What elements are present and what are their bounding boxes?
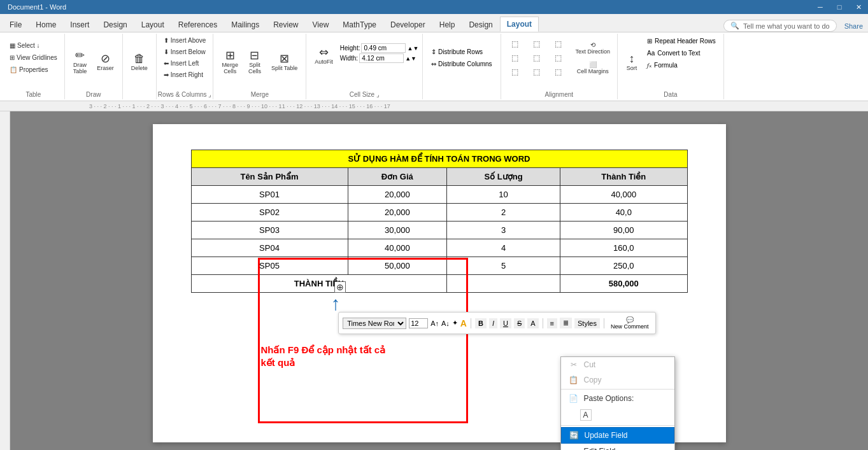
bold-button[interactable]: B [475,318,487,328]
tab-mailings[interactable]: Mailings [224,17,266,32]
rows-cols-group-label: Rows & Columns ⌟ [157,91,213,98]
insert-left-button[interactable]: ⬅ Insert Left [160,58,210,69]
align-top-left-button[interactable]: ⬚ [505,38,525,50]
font-size-down-icon[interactable]: A↓ [441,320,450,327]
document-area[interactable]: SỬ DỤNG HÀM ĐỂ TÍNH TOÁN TRONG WORD Tên … [10,111,868,450]
context-menu-update-field[interactable]: 🔄 Update Field [561,427,674,444]
split-table-button[interactable]: ⊠ Split Table [267,50,302,74]
distribute-cols-button[interactable]: ⇔ Distribute Columns [427,59,496,69]
close-button[interactable]: ✕ [849,0,868,14]
clear-format-icon[interactable]: ✦ [452,319,458,327]
height-input[interactable] [361,43,406,53]
delete-button[interactable]: 🗑 Delete [127,50,152,74]
cell-sp04-name[interactable]: SP04 [191,239,348,257]
align-top-right-button[interactable]: ⬚ [548,38,569,50]
tab-developer[interactable]: Developer [383,17,432,32]
view-gridlines-button[interactable]: ⊞ View Gridlines [6,52,60,63]
tab-table-design[interactable]: Design [462,17,499,32]
cell-sp03-qty[interactable]: 3 [447,221,560,239]
table-move-handle[interactable]: ⊕ [334,281,346,293]
context-menu-copy[interactable]: 📋 Copy [561,372,674,388]
font-size-input[interactable] [409,318,428,328]
context-menu-paste-options[interactable]: 📄 Paste Options: [561,391,674,406]
cell-sp02-price[interactable]: 20,000 [348,204,447,221]
tab-references[interactable]: References [171,17,224,32]
align-bottom-right-button[interactable]: ⬚ [548,66,569,78]
sort-button[interactable]: ↕ Sort [622,50,642,74]
context-menu-paste-value[interactable]: A [561,406,674,424]
cell-sp04-qty[interactable]: 4 [447,239,560,257]
cell-sp01-qty[interactable]: 10 [447,186,560,204]
font-size-up-icon[interactable]: A↑ [430,320,439,327]
cell-sp01-name[interactable]: SP01 [191,186,348,204]
highlight-color-icon[interactable]: A [460,318,467,328]
height-label: Height: [340,45,360,52]
height-spinner[interactable]: ▲▼ [407,45,418,52]
cell-sp03-total[interactable]: 90,00 [560,221,687,239]
italic-button[interactable]: I [489,318,497,328]
width-input[interactable] [359,53,404,63]
merge-cells-button[interactable]: ⊞ MergeCells [217,46,243,78]
tab-view[interactable]: View [306,17,336,32]
cell-sp02-qty[interactable]: 2 [447,204,560,221]
width-spinner[interactable]: ▲▼ [405,55,416,62]
new-comment-button[interactable]: 💬 New Comment [608,315,651,331]
underline-button[interactable]: U [500,318,511,328]
cell-margins-button[interactable]: ⬜ Cell Margins [573,59,614,76]
comment-icon: 💬 [626,316,634,323]
cell-sp03-name[interactable]: SP03 [191,221,348,239]
tell-me-bar[interactable]: 🔍 Tell me what you want to do [723,20,837,32]
align-top-center-button[interactable]: ⬚ [527,38,547,50]
distribute-rows-button[interactable]: ⇕ Distribute Rows [427,46,496,57]
select-button[interactable]: ▦ Select ↓ [6,40,60,51]
cell-sp05-qty[interactable]: 5 [447,257,560,275]
tab-help[interactable]: Help [432,17,462,32]
properties-button[interactable]: 📋 Properties [6,64,60,75]
tab-table-layout[interactable]: Layout [500,17,539,32]
cell-sp01-price[interactable]: 20,000 [348,186,447,204]
numbered-list-button[interactable]: ≣ [560,318,572,328]
insert-below-button[interactable]: ⬇ Insert Below [160,46,210,57]
text-direction-button[interactable]: ⟲ Text Direction [573,39,614,57]
cell-sp05-total[interactable]: 250,0 [560,257,687,275]
font-family-select[interactable]: Times New Rom [343,318,406,329]
autofit-button[interactable]: ⇔ AutoFit [310,43,338,68]
maximize-button[interactable]: □ [830,0,849,14]
cell-sp03-price[interactable]: 30,000 [348,221,447,239]
tab-layout-page[interactable]: Layout [134,17,171,32]
align-middle-center-button[interactable]: ⬚ [527,52,547,64]
convert-to-text-button[interactable]: Aa Convert to Text [643,48,720,58]
align-bottom-center-button[interactable]: ⬚ [527,66,547,78]
tab-design[interactable]: Design [96,17,134,32]
cell-sp04-price[interactable]: 40,000 [348,239,447,257]
insert-right-button[interactable]: ➡ Insert Right [160,69,210,80]
align-bottom-left-button[interactable]: ⬚ [505,66,525,78]
cell-sp01-total[interactable]: 40,000 [560,186,687,204]
cell-sp05-name[interactable]: SP05 [191,257,348,275]
cell-sp05-price[interactable]: 50,000 [348,257,447,275]
context-menu-edit-field[interactable]: Edit Field... [561,444,674,450]
align-middle-left-button[interactable]: ⬚ [505,52,525,64]
eraser-button[interactable]: ⊘ Eraser [92,50,118,74]
formula-button[interactable]: 𝑓ₓ Formula [643,60,720,71]
split-cells-button[interactable]: ⊟ SplitCells [244,46,266,78]
minimize-button[interactable]: ─ [811,0,830,14]
tab-file[interactable]: File [3,17,29,32]
cell-sp04-total[interactable]: 160,0 [560,239,687,257]
tab-home[interactable]: Home [29,17,63,32]
align-middle-right-button[interactable]: ⬚ [548,52,569,64]
tab-insert[interactable]: Insert [63,17,96,32]
strikethrough-button[interactable]: S [514,318,525,328]
styles-button[interactable]: Styles [574,318,600,328]
draw-table-button[interactable]: ✏ DrawTable [69,46,92,78]
font-color-button[interactable]: A [527,318,538,328]
cell-sp02-name[interactable]: SP02 [191,204,348,221]
context-menu-cut[interactable]: ✂ Cut [561,357,674,372]
tab-review[interactable]: Review [266,17,305,32]
repeat-header-button[interactable]: ⊞ Repeat Header Rows [643,36,720,46]
tab-mathtype[interactable]: MathType [336,17,383,32]
share-button[interactable]: Share [844,22,863,30]
cell-sp02-total[interactable]: 40,0 [560,204,687,221]
insert-above-button[interactable]: ⬆ Insert Above [160,35,210,46]
bullet-list-button[interactable]: ≡ [547,318,557,328]
